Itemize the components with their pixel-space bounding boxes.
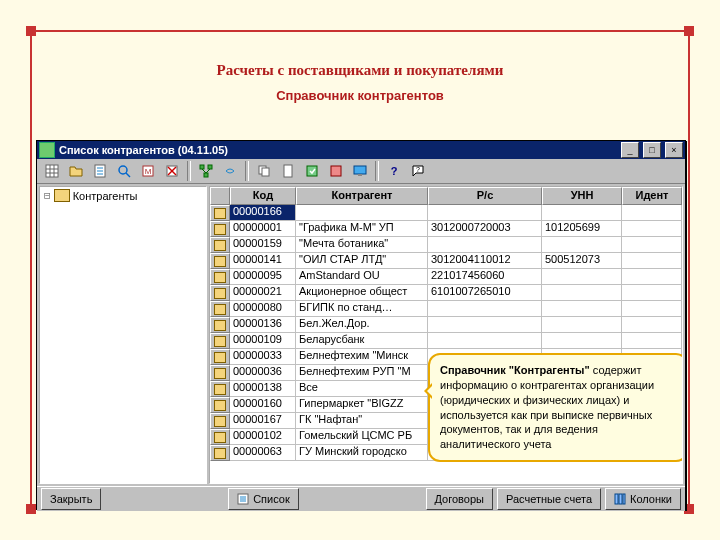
col-code[interactable]: Код	[230, 187, 296, 205]
table-row[interactable]: 00000080БГИПК по станд…	[210, 301, 682, 317]
svg-line-20	[206, 169, 210, 173]
cell-extra	[622, 253, 682, 269]
svg-text:M: M	[145, 167, 152, 176]
table-row[interactable]: 00000159"Мечта ботаника"	[210, 237, 682, 253]
cell-unn	[542, 317, 622, 333]
cell-rs: 3012004110012	[428, 253, 542, 269]
footer-bar: Закрыть Список Договоры Расчетные счета …	[37, 486, 685, 511]
row-icon-cell	[210, 429, 230, 445]
cell-extra	[622, 269, 682, 285]
cell-code: 00000136	[230, 317, 296, 333]
tree-root[interactable]: ⊟ Контрагенты	[40, 187, 206, 204]
folder-icon	[214, 400, 226, 411]
tb-ledger-icon[interactable]	[325, 160, 347, 182]
svg-rect-36	[623, 494, 625, 504]
cell-name	[296, 205, 428, 221]
cell-name: "Мечта ботаника"	[296, 237, 428, 253]
table-row[interactable]: 00000141"ОИЛ СТАР ЛТД"301200411001250051…	[210, 253, 682, 269]
col-rs[interactable]: Р/с	[428, 187, 542, 205]
folder-icon	[214, 336, 226, 347]
tb-tree-icon[interactable]	[195, 160, 217, 182]
svg-rect-22	[262, 168, 269, 176]
col-unn[interactable]: УНН	[542, 187, 622, 205]
contracts-button[interactable]: Договоры	[426, 488, 493, 510]
cell-extra	[622, 317, 682, 333]
app-icon	[39, 142, 55, 158]
cell-code: 00000033	[230, 349, 296, 365]
cell-name: Бел.Жел.Дор.	[296, 317, 428, 333]
cell-code: 00000102	[230, 429, 296, 445]
tb-filter-icon[interactable]: M	[137, 160, 159, 182]
row-icon-cell	[210, 205, 230, 221]
tb-doc-icon[interactable]	[89, 160, 111, 182]
tb-search-icon[interactable]	[113, 160, 135, 182]
tb-folder-icon[interactable]	[65, 160, 87, 182]
svg-rect-23	[284, 165, 292, 177]
cell-extra	[622, 205, 682, 221]
tree-root-label: Контрагенты	[73, 190, 138, 202]
accounts-button[interactable]: Расчетные счета	[497, 488, 601, 510]
cell-unn	[542, 205, 622, 221]
maximize-button[interactable]: □	[643, 142, 661, 158]
col-name[interactable]: Контрагент	[296, 187, 428, 205]
table-row[interactable]: 00000136Бел.Жел.Дор.	[210, 317, 682, 333]
grid-header: Код Контрагент Р/с УНН Идент	[210, 187, 682, 205]
cell-code: 00000138	[230, 381, 296, 397]
svg-line-10	[126, 173, 130, 177]
cell-name: AmStandard OU	[296, 269, 428, 285]
table-row[interactable]: 00000001"Графика М-М" УП3012000720003101…	[210, 221, 682, 237]
tb-export-icon[interactable]	[301, 160, 323, 182]
col-handle	[210, 187, 230, 205]
row-icon-cell	[210, 285, 230, 301]
window-title: Список контрагентов (04.11.05)	[59, 144, 617, 156]
tb-link-icon[interactable]	[219, 160, 241, 182]
cell-rs	[428, 237, 542, 253]
table-row[interactable]: 00000166	[210, 205, 682, 221]
tb-grid-icon[interactable]	[41, 160, 63, 182]
table-row[interactable]: 00000109Беларусбанк	[210, 333, 682, 349]
tb-help-icon[interactable]: ?	[383, 160, 405, 182]
cell-name: Беларусбанк	[296, 333, 428, 349]
cell-rs: 3012000720003	[428, 221, 542, 237]
cell-name: Гомельский ЦСМС РБ	[296, 429, 428, 445]
row-icon-cell	[210, 237, 230, 253]
cell-extra	[622, 237, 682, 253]
row-icon-cell	[210, 445, 230, 461]
cell-extra	[622, 221, 682, 237]
tb-delete-icon[interactable]	[161, 160, 183, 182]
svg-line-19	[202, 169, 206, 173]
cell-code: 00000159	[230, 237, 296, 253]
col-extra[interactable]: Идент	[622, 187, 682, 205]
close-button[interactable]: Закрыть	[41, 488, 101, 510]
tb-whatsthis-icon[interactable]: ?	[407, 160, 429, 182]
row-icon-cell	[210, 349, 230, 365]
cell-code: 00000167	[230, 413, 296, 429]
tb-page-icon[interactable]	[277, 160, 299, 182]
cell-unn: 500512073	[542, 253, 622, 269]
folder-icon	[214, 240, 226, 251]
cell-code: 00000166	[230, 205, 296, 221]
table-row[interactable]: 00000095AmStandard OU221017456060	[210, 269, 682, 285]
folder-icon	[214, 384, 226, 395]
cell-code: 00000080	[230, 301, 296, 317]
close-window-button[interactable]: ×	[665, 142, 683, 158]
folder-icon	[214, 320, 226, 331]
tb-copy-icon[interactable]	[253, 160, 275, 182]
cell-code: 00000001	[230, 221, 296, 237]
cell-extra	[622, 333, 682, 349]
table-row[interactable]: 00000021Акционерное общест6101007265010	[210, 285, 682, 301]
svg-rect-24	[307, 166, 317, 176]
cell-name: Гипермаркет "BIGZZ	[296, 397, 428, 413]
minimize-button[interactable]: _	[621, 142, 639, 158]
data-grid[interactable]: Код Контрагент Р/с УНН Идент 00000166000…	[209, 186, 683, 484]
cell-code: 00000160	[230, 397, 296, 413]
svg-rect-26	[354, 166, 366, 174]
cell-unn	[542, 333, 622, 349]
list-button[interactable]: Список	[228, 488, 299, 510]
svg-rect-16	[200, 165, 204, 169]
row-icon-cell	[210, 333, 230, 349]
tb-screen-icon[interactable]	[349, 160, 371, 182]
columns-button[interactable]: Колонки	[605, 488, 681, 510]
cell-rs	[428, 205, 542, 221]
cell-code: 00000021	[230, 285, 296, 301]
